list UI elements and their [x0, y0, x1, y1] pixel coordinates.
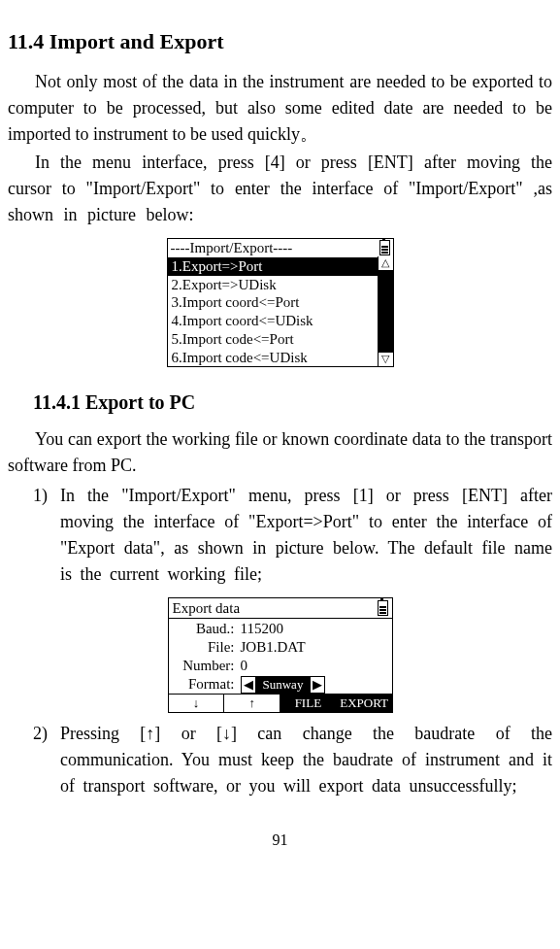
lcd-export-data-screenshot: Export data Baud.: 115200 File: JOB1.DAT… [8, 597, 552, 716]
lcd1-row-2: 2.Export=>UDisk [168, 276, 393, 294]
paragraph-3: You can export the working file or known… [8, 426, 552, 479]
scroll-down-icon: ▽ [379, 352, 393, 366]
value-format: Sunway [255, 677, 312, 693]
right-arrow-icon: ▶ [311, 677, 324, 693]
list-text: In the "Import/Export" menu, press [1] o… [60, 483, 552, 588]
ordered-list: 2) Pressing [↑] or [↓] can change the ba… [33, 721, 552, 799]
softkey-file: FILE [280, 695, 337, 712]
lcd1-row-1: 1.Export=>Port [168, 257, 393, 276]
left-arrow-icon: ◀ [242, 677, 255, 693]
list-item: 1) In the "Import/Export" menu, press [1… [33, 483, 552, 588]
page-number: 91 [8, 829, 552, 852]
value-file: JOB1.DAT [241, 638, 386, 657]
list-number: 2) [33, 721, 60, 799]
list-text: Pressing [↑] or [↓] can change the baudr… [60, 721, 552, 799]
paragraph-1: Not only most of the data in the instrum… [8, 69, 552, 148]
value-baud: 115200 [241, 620, 386, 638]
lcd1-row-3: 3.Import coord<=Port [168, 293, 393, 312]
format-selector: ◀ Sunway ▶ [241, 676, 326, 694]
value-number: 0 [241, 657, 386, 675]
list-number: 1) [33, 483, 60, 588]
label-file: File: [175, 638, 241, 657]
softkey-up: ↑ [224, 695, 280, 712]
lcd1-title: ----Import/Export---- [171, 239, 377, 257]
battery-icon [378, 600, 388, 616]
lcd1-scrollbar: △ ▽ [378, 256, 393, 366]
label-number: Number: [175, 657, 241, 675]
lcd2-title: Export data [173, 599, 375, 618]
softkey-export: EXPORT [337, 695, 392, 712]
lcd1-row-5: 5.Import code<=Port [168, 330, 393, 349]
lcd1-row-4: 4.Import coord<=UDisk [168, 312, 393, 330]
ordered-list: 1) In the "Import/Export" menu, press [1… [33, 483, 552, 588]
scroll-up-icon: △ [379, 256, 393, 271]
lcd1-row-6: 6.Import code<=UDisk [168, 349, 393, 367]
lcd-import-export-screenshot: ----Import/Export---- 1.Export=>Port 2.E… [8, 238, 552, 370]
battery-icon [379, 240, 390, 255]
section-heading: 11.4 Import and Export [8, 25, 552, 57]
lcd2-footer: ↓ ↑ FILE EXPORT [169, 694, 392, 712]
paragraph-2: In the menu interface, press [4] or pres… [8, 150, 552, 228]
label-format: Format: [175, 675, 241, 694]
softkey-down: ↓ [169, 695, 225, 712]
subsection-heading: 11.4.1 Export to PC [8, 388, 552, 417]
label-baud: Baud.: [175, 620, 241, 638]
list-item: 2) Pressing [↑] or [↓] can change the ba… [33, 721, 552, 799]
